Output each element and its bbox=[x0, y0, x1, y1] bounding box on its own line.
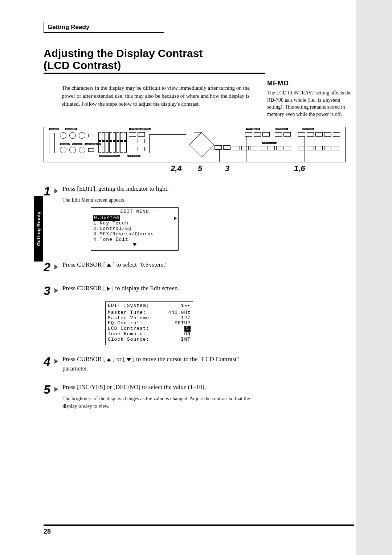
section-header-box: Getting Ready bbox=[44, 22, 164, 33]
down-arrow-icon bbox=[93, 243, 176, 248]
memo-box: MEMO The LCD CONTRAST setting affects th… bbox=[267, 79, 358, 118]
lcd2-r0-r: 440.0Hz bbox=[168, 310, 191, 316]
lcd2-r0-l: Master Tune: bbox=[108, 310, 146, 316]
volume-slider-icon bbox=[49, 133, 55, 153]
lcd2-r5-l: Clock Source: bbox=[108, 337, 149, 343]
title-underline bbox=[44, 73, 265, 74]
panel-label-keyboard-control: KEYBOARD CONTROL bbox=[129, 128, 151, 130]
side-tab: Getting Ready bbox=[34, 196, 43, 262]
lcd2-title-right: 1 bbox=[181, 303, 184, 308]
lcd1-item-2: 2.Control/EQ bbox=[93, 226, 176, 232]
memo-text: The LCD CONTRAST setting affects the RD-… bbox=[267, 90, 351, 117]
cursor-down-icon bbox=[127, 358, 131, 361]
step-3: 3 Press CURSOR [ ] to display the Edit s… bbox=[44, 284, 367, 298]
step-number-1: 1 bbox=[44, 184, 59, 198]
footer-rule bbox=[44, 524, 354, 526]
knob-icon bbox=[79, 132, 85, 139]
small-button-icon bbox=[138, 139, 145, 143]
page-number: 28 bbox=[44, 528, 51, 535]
lcd2-r1-l: Master Volume: bbox=[108, 316, 152, 321]
small-button-icon bbox=[129, 132, 136, 137]
step-4-text-a: Press CURSOR [ bbox=[62, 356, 105, 362]
title-line-1: Adjusting the Display Contrast bbox=[44, 47, 203, 59]
panel-label-reverb: REVERB bbox=[60, 143, 70, 145]
lcd2-r3-r: 5 bbox=[184, 326, 191, 332]
callout-1-6: 1,6 bbox=[294, 164, 305, 173]
section-header: Getting Ready bbox=[48, 24, 89, 31]
small-button-icon bbox=[215, 145, 222, 150]
panel-label-expansion: EXPANSION bbox=[275, 128, 288, 130]
lcd2-r3-l: LCD Contrast: bbox=[108, 326, 149, 332]
step-1: 1 Press [EDIT], getting the indicator to… bbox=[44, 184, 367, 204]
step-2-text-b: ] to select "0.System." bbox=[113, 261, 168, 268]
right-margin-band bbox=[356, 0, 392, 555]
small-button-icon bbox=[129, 139, 136, 143]
panel-label-chorus: CHORUS bbox=[72, 143, 82, 145]
lcd2-r5-r: INT bbox=[181, 337, 191, 343]
cursor-up-icon bbox=[107, 263, 111, 267]
step-1-sub: The Edit Menu screen appears. bbox=[62, 196, 169, 204]
step-2: 2 Press CURSOR [ ] to select "0.System." bbox=[44, 260, 367, 274]
lcd2-r1-r: 127 bbox=[181, 316, 191, 321]
lcd1-item-1: 1.Key Touch bbox=[93, 221, 176, 226]
front-panel-diagram: VOLUME EQUALIZER REVERB CHORUS MULTI EFF… bbox=[44, 127, 346, 162]
title-line-2: (LCD Contrast) bbox=[44, 59, 121, 71]
panel-label-one-touch: ONE TOUCH bbox=[127, 155, 140, 157]
knob-icon bbox=[60, 132, 66, 139]
small-button-icon bbox=[129, 147, 136, 151]
panel-label-part-switch: PART SWITCH/LEVEL bbox=[99, 155, 120, 157]
step-1-text: Press [EDIT], getting the indicator to l… bbox=[62, 185, 169, 192]
lcd2-r2-r: SETUP bbox=[175, 321, 191, 326]
lcd-display-outline bbox=[149, 134, 186, 153]
step-3-text-b: ] to display the Edit screen. bbox=[112, 285, 179, 292]
lcd1-item-0: 0.System bbox=[93, 215, 120, 221]
lcd-system-edit: EDIT [System] 1◂▸ Master Tune:440.0Hz Ma… bbox=[105, 301, 193, 345]
callout-2-4: 2,4 bbox=[171, 164, 182, 173]
lcd1-title: === EDIT MENU === bbox=[93, 209, 176, 215]
step-4: 4 Press CURSOR [ ] or [ ] to move the cu… bbox=[44, 355, 367, 373]
small-button-icon bbox=[88, 134, 94, 137]
small-button-icon bbox=[138, 147, 145, 151]
small-button-icon bbox=[138, 132, 145, 137]
step-number-3: 3 bbox=[44, 284, 59, 298]
lcd2-title-left: EDIT [System] bbox=[108, 303, 149, 309]
step-3-text-a: Press CURSOR [ bbox=[62, 285, 105, 292]
intro-paragraph: The characters in the display may be dif… bbox=[62, 84, 258, 108]
callout-5: 5 bbox=[198, 164, 202, 173]
cursor-up-icon bbox=[107, 358, 111, 361]
callout-3: 3 bbox=[225, 164, 229, 173]
step-5: 5 Press [INC/YES] or [DEC/NO] to select … bbox=[44, 382, 367, 410]
lcd2-r4-l: Tone Remain: bbox=[108, 332, 146, 337]
knob-icon bbox=[79, 147, 85, 153]
lcd1-item-4: 4.Tone Edit bbox=[93, 237, 176, 243]
cursor-right-icon bbox=[107, 287, 110, 291]
panel-label-equalizer: EQUALIZER bbox=[65, 128, 77, 130]
lcd2-r4-r: ON bbox=[184, 332, 191, 337]
step-5-sub: The brightness of the display changes as… bbox=[62, 395, 266, 410]
step-4-text-b: ] or [ bbox=[113, 356, 125, 362]
diagram-callouts: 2,4 5 3 1,6 bbox=[44, 164, 345, 175]
knob-icon bbox=[60, 147, 66, 153]
panel-label-function: FUNCTION bbox=[302, 128, 314, 130]
step-number-5: 5 bbox=[44, 382, 59, 397]
step-number-4: 4 bbox=[44, 355, 59, 369]
page-title: Adjusting the Display Contrast (LCD Cont… bbox=[44, 47, 367, 71]
panel-label-cursor: CURSOR bbox=[194, 131, 202, 134]
small-button-icon bbox=[223, 145, 230, 150]
step-5-text: Press [INC/YES] or [DEC/NO] to select th… bbox=[62, 384, 206, 390]
lcd-edit-menu: === EDIT MENU === 0.System 1.Key Touch 2… bbox=[91, 207, 179, 251]
panel-label-part-select: PART SELECT bbox=[246, 128, 260, 130]
step-number-2: 2 bbox=[44, 260, 59, 274]
step-2-text-a: Press CURSOR [ bbox=[62, 261, 105, 268]
small-button-icon bbox=[88, 148, 94, 152]
memo-label: MEMO bbox=[267, 79, 358, 88]
knob-icon bbox=[69, 132, 76, 139]
panel-label-volume: VOLUME bbox=[49, 128, 59, 130]
panel-label-tone-select: TONE SELECT bbox=[262, 142, 277, 144]
part-level-sliders bbox=[98, 132, 127, 153]
right-arrow-icon bbox=[174, 216, 177, 220]
lcd2-r2-l: EQ Control: bbox=[108, 321, 143, 326]
knob-icon bbox=[69, 147, 76, 153]
lcd1-item-3: 3.MFX/Reverb/Chorus bbox=[93, 232, 176, 237]
